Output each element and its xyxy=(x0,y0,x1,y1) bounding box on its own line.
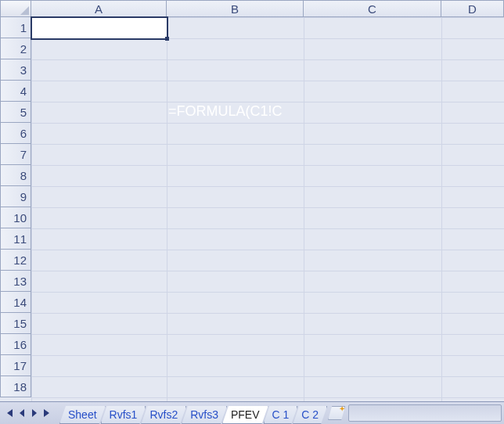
row-header-7[interactable]: 7 xyxy=(0,144,31,165)
sheet-tab-PFEV[interactable]: PFEV xyxy=(222,406,268,424)
column-header-B[interactable]: B xyxy=(167,0,304,17)
row-header-18[interactable]: 18 xyxy=(0,376,31,397)
select-all-corner[interactable] xyxy=(0,0,31,17)
row-header-8[interactable]: 8 xyxy=(0,165,31,186)
column-header-C[interactable]: C xyxy=(304,0,441,17)
sparkle-icon: ✦ xyxy=(339,404,345,413)
nav-prev-icon[interactable] xyxy=(16,406,28,420)
row-header-17[interactable]: 17 xyxy=(0,355,31,376)
row-header-5[interactable]: 5 xyxy=(0,102,31,123)
row-header-11[interactable]: 11 xyxy=(0,228,31,250)
row-header-15[interactable]: 15 xyxy=(0,313,31,334)
sheet-tab-C1[interactable]: C 1 xyxy=(264,406,298,424)
row-header-9[interactable]: 9 xyxy=(0,186,31,207)
tab-nav-buttons xyxy=(0,402,56,424)
row-header-12[interactable]: 12 xyxy=(0,250,31,271)
sheet-tab-C2[interactable]: C 2 xyxy=(293,406,327,424)
column-headers: ABCD xyxy=(0,0,504,17)
cell-grid[interactable]: =FORMULA(C1!C xyxy=(31,17,504,402)
sheet-tab-Rvfs3[interactable]: Rvfs3 xyxy=(182,406,227,424)
row-header-2[interactable]: 2 xyxy=(0,38,31,59)
nav-next-icon[interactable] xyxy=(28,406,41,420)
active-cell[interactable] xyxy=(31,16,168,40)
sheet-tab-Sheet[interactable]: Sheet xyxy=(59,406,106,424)
sheet-tab-Rvfs2[interactable]: Rvfs2 xyxy=(141,406,186,424)
nav-last-icon[interactable] xyxy=(41,406,53,420)
column-header-D[interactable]: D xyxy=(441,0,504,17)
nav-first-icon[interactable] xyxy=(3,406,16,420)
spreadsheet-area: ABCD 123456789101112131415161718 =FORMUL… xyxy=(0,0,504,402)
sheet-tabs: SheetRvfs1Rvfs2Rvfs3PFEVC 1C 2 xyxy=(59,402,322,424)
cell-b5-text: =FORMULA(C1!C xyxy=(168,103,283,120)
horizontal-scrollbar[interactable] xyxy=(348,404,502,422)
new-sheet-button[interactable]: ✦ xyxy=(327,405,346,421)
sheet-tab-Rvfs1[interactable]: Rvfs1 xyxy=(101,406,146,424)
row-header-14[interactable]: 14 xyxy=(0,292,31,313)
row-header-3[interactable]: 3 xyxy=(0,59,31,81)
row-header-1[interactable]: 1 xyxy=(0,17,31,38)
row-header-10[interactable]: 10 xyxy=(0,207,31,228)
column-header-A[interactable]: A xyxy=(31,0,167,17)
row-headers: 123456789101112131415161718 xyxy=(0,17,31,397)
sheet-tab-bar: SheetRvfs1Rvfs2Rvfs3PFEVC 1C 2 ✦ xyxy=(0,401,504,424)
row-header-16[interactable]: 16 xyxy=(0,334,31,355)
row-header-13[interactable]: 13 xyxy=(0,271,31,292)
row-header-4[interactable]: 4 xyxy=(0,81,31,102)
row-header-6[interactable]: 6 xyxy=(0,123,31,144)
